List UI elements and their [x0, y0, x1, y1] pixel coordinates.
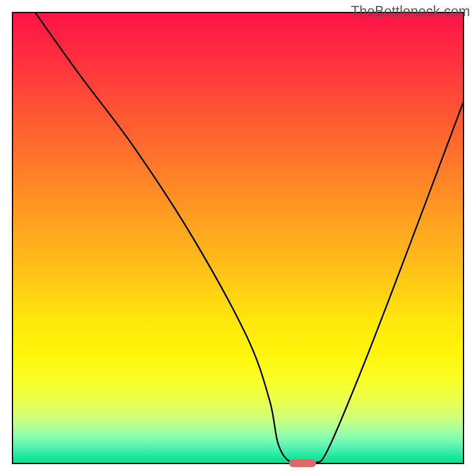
plot-area — [12, 12, 464, 464]
optimal-marker — [289, 459, 317, 467]
watermark-text: TheBottleneck.com — [351, 4, 470, 20]
bottleneck-curve — [13, 13, 463, 463]
chart-container: TheBottleneck.com — [0, 0, 476, 476]
